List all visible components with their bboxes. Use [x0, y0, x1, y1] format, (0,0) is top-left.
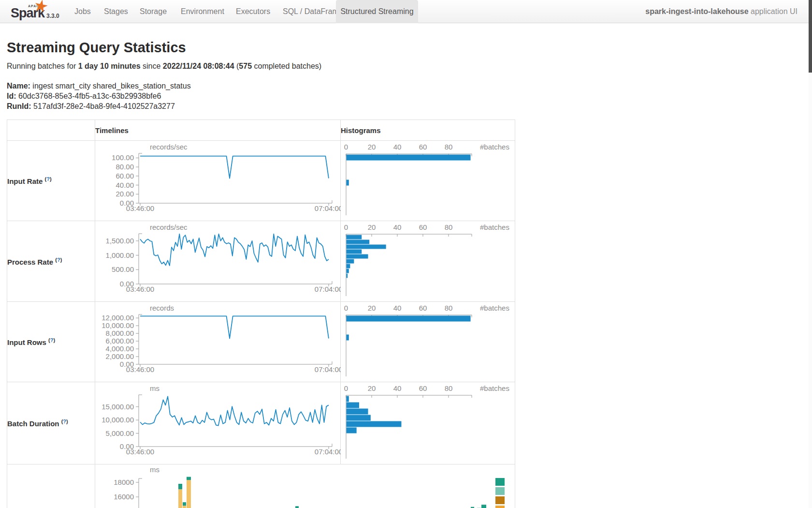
- help-icon[interactable]: (?): [61, 418, 68, 424]
- scrollbar-track[interactable]: [809, 0, 812, 508]
- histogram-bar: [347, 259, 354, 264]
- x-tick-label: 07:04:00: [315, 365, 341, 374]
- histogram-bar: [347, 415, 371, 421]
- scrollbar-thumb[interactable]: [809, 0, 812, 73]
- y-tick-label: 16000: [114, 493, 134, 501]
- query-runid-line: RunId: 517afd3f-28e2-4ba8-9fe4-4102527a3…: [7, 101, 812, 111]
- x-tick-label: 07:04:00: [315, 285, 341, 293]
- help-icon[interactable]: (?): [55, 257, 62, 263]
- navbar: Spark APACHE ★ 3.3.0 JobsStagesStorageEn…: [0, 0, 812, 23]
- y-tick-label: 4,000.00: [106, 344, 134, 353]
- x-tick-label: 07:04:00: [315, 448, 341, 456]
- y-tick-label: 20.00: [116, 190, 134, 198]
- histogram-bar: [347, 269, 349, 273]
- histogram-bar: [347, 264, 350, 269]
- timeline-unit-label: records: [150, 304, 174, 312]
- y-tick-label: 8,000.00: [106, 329, 134, 337]
- histogram-bar: [347, 421, 402, 427]
- row-label-operation-duration: [7, 464, 95, 508]
- y-tick-label: 1,000.00: [106, 251, 134, 259]
- input-rate-timeline-chart: records/sec100.0080.0060.0040.0020.000.0…: [95, 141, 341, 221]
- histogram-bar: [347, 250, 362, 254]
- legend-swatch-light-teal[interactable]: [495, 487, 505, 495]
- legend-swatch-orange[interactable]: [495, 506, 505, 508]
- timeline-unit-label: ms: [150, 384, 160, 392]
- spark-logo[interactable]: Spark APACHE ★ 3.3.0: [6, 0, 69, 23]
- header-histograms: Histograms: [341, 120, 515, 141]
- hist-x-tick-label: 0: [344, 304, 348, 312]
- histogram-bar: [347, 274, 348, 278]
- running-batches-summary: Running batches for 1 day 10 minutes sin…: [7, 61, 812, 71]
- y-tick-label: 80.00: [116, 163, 134, 171]
- tab-executors[interactable]: Executors: [236, 0, 270, 23]
- tab-environment[interactable]: Environment: [181, 0, 224, 23]
- help-icon[interactable]: (?): [45, 176, 52, 182]
- hist-x-tick-label: 40: [393, 223, 402, 231]
- row-label-input-rate: Input Rate (?): [7, 141, 95, 221]
- timeline-line: [140, 316, 329, 338]
- running-since: 2022/11/24 08:08:44: [163, 62, 234, 70]
- histogram-bar: [347, 409, 368, 415]
- query-id-value: 60dc3768-85e3-4fb5-a13c-63b29938bfe6: [18, 92, 161, 100]
- histogram-bar: [347, 335, 349, 341]
- query-name-line: Name: ingest smart_city shared_bikes_sta…: [7, 81, 812, 91]
- timeline-unit-label: records/sec: [150, 143, 188, 151]
- timeline-line: [140, 156, 329, 179]
- stacked-bar-segment: [178, 484, 182, 489]
- operation-duration-stacked-chart: ms180001600014000: [95, 464, 515, 508]
- tab-storage[interactable]: Storage: [140, 0, 167, 23]
- y-tick-label: 10,000.00: [102, 321, 134, 329]
- timeline-unit-label: records/sec: [150, 223, 188, 231]
- histogram-bar: [347, 428, 357, 433]
- running-duration: 1 day 10 minutes: [78, 62, 141, 70]
- stacked-bar-segment: [481, 505, 486, 508]
- query-id-line: Id: 60dc3768-85e3-4fb5-a13c-63b29938bfe6: [7, 91, 812, 101]
- table-row-operation-duration: ms180001600014000: [7, 464, 515, 508]
- stacked-bar-segment: [187, 480, 191, 508]
- process-rate-timeline-chart: records/sec1,500.001,000.00500.000.0003:…: [95, 221, 341, 302]
- y-tick-label: 6,000.00: [106, 337, 134, 345]
- y-tick-label: 10,000.00: [102, 416, 134, 424]
- row-label-input-rows: Input Rows (?): [7, 302, 95, 382]
- y-tick-label: 500.00: [112, 265, 134, 273]
- stacked-bar-segment: [187, 477, 191, 480]
- batch-duration-timeline-chart: ms15,000.0010,000.005,000.000.0003:46:00…: [95, 382, 341, 464]
- histogram-bar: [347, 245, 386, 249]
- stacked-bar-segment: [295, 506, 299, 508]
- header-empty: [7, 120, 95, 141]
- histogram-bar: [347, 316, 471, 322]
- histogram-bar: [347, 254, 368, 259]
- hist-x-tick-label: 20: [368, 384, 376, 392]
- tab-structured-streaming[interactable]: Structured Streaming: [336, 0, 418, 23]
- legend-swatch-teal[interactable]: [495, 478, 505, 486]
- y-tick-label: 15,000.00: [102, 403, 134, 411]
- y-tick-label: 2,000.00: [106, 352, 134, 360]
- legend-swatch-ochre[interactable]: [495, 496, 505, 504]
- y-tick-label: 40.00: [116, 181, 134, 189]
- table-row-process-rate: Process Rate (?)records/sec1,500.001,000…: [7, 221, 515, 302]
- table-row-input-rate: Input Rate (?)records/sec100.0080.0060.0…: [7, 141, 515, 221]
- tab-stages[interactable]: Stages: [104, 0, 128, 23]
- x-tick-label: 03:46:00: [126, 365, 154, 374]
- stacked-bar-segment: [183, 506, 186, 508]
- tab-sql-dataframe[interactable]: SQL / DataFrame: [283, 0, 343, 23]
- input-rows-timeline-chart: records12,000.0010,000.008,000.006,000.0…: [95, 302, 341, 382]
- hist-x-tick-label: 80: [445, 143, 453, 151]
- hist-x-tick-label: 40: [393, 304, 402, 312]
- hist-x-tick-label: 0: [344, 143, 348, 151]
- x-tick-label: 03:46:00: [126, 204, 154, 212]
- help-icon[interactable]: (?): [48, 337, 55, 343]
- statistics-table: Timelines Histograms Input Rate (?)recor…: [7, 120, 515, 508]
- hist-x-tick-label: 60: [419, 384, 427, 392]
- stacked-bar-segment: [183, 502, 186, 506]
- application-title-suffix: application UI: [749, 7, 798, 15]
- input-rows-histogram-chart: 020406080#batches: [341, 302, 515, 382]
- process-rate-histogram-chart: 020406080#batches: [341, 221, 515, 302]
- hist-unit-label: #batches: [480, 304, 509, 312]
- hist-x-tick-label: 40: [393, 143, 402, 151]
- hist-x-tick-label: 80: [445, 304, 453, 312]
- table-row-input-rows: Input Rows (?)records12,000.0010,000.008…: [7, 302, 515, 382]
- spark-version: 3.3.0: [46, 13, 59, 19]
- tab-jobs[interactable]: Jobs: [74, 0, 91, 23]
- page-title: Streaming Query Statistics: [7, 40, 812, 55]
